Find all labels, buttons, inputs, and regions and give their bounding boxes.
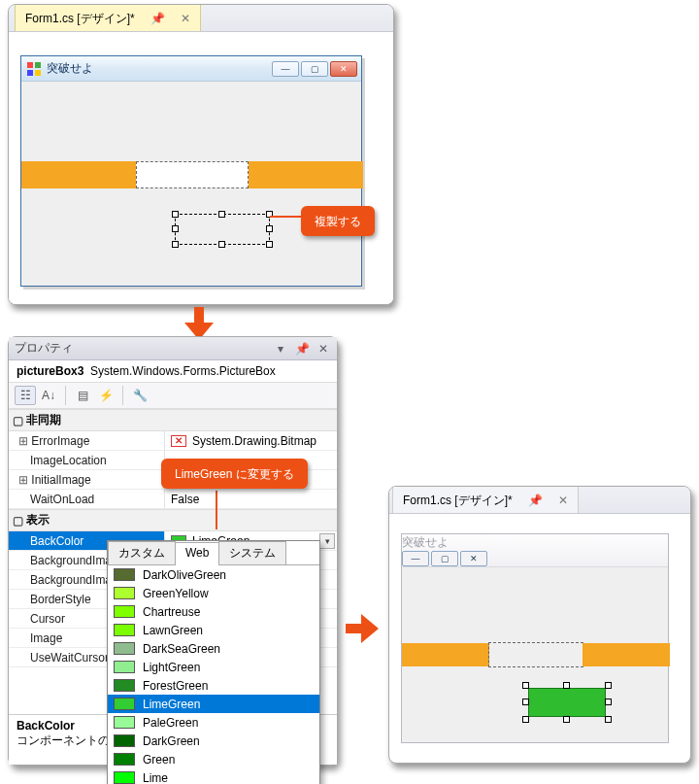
alphabetical-button[interactable]: A↓ [38,386,59,405]
minimize-button[interactable]: — [272,61,299,77]
pin-icon[interactable]: 📌 [522,491,549,510]
callout-leader [216,491,217,529]
color-swatch [114,734,135,747]
picturebox-orange-left[interactable] [402,643,489,666]
window-buttons: — ▢ ✕ [402,551,668,566]
resize-handle[interactable] [522,682,529,689]
flow-arrow-right-icon [346,614,379,643]
picturebox-copy-selected[interactable] [175,214,270,245]
close-button[interactable]: ✕ [330,61,357,77]
color-swatch [114,642,135,655]
color-swatch [114,753,135,766]
window-buttons: — ▢ ✕ [272,61,357,77]
categorized-button[interactable]: ☷ [15,386,36,405]
resize-handle[interactable] [605,682,612,689]
maximize-button[interactable]: ▢ [301,61,328,77]
resize-handle[interactable] [172,211,179,218]
document-tab-form1[interactable]: Form1.cs [デザイン]* 📌 ✕ [392,486,579,513]
dropdown-icon[interactable]: ▾ [273,342,288,356]
pin-icon[interactable]: 📌 [294,342,310,356]
color-swatch [114,661,135,673]
resize-handle[interactable] [563,682,570,689]
close-icon[interactable]: ✕ [558,494,568,507]
resize-handle[interactable] [605,716,612,723]
tab-web[interactable]: Web [175,542,219,565]
picturebox-gap[interactable] [136,161,249,188]
color-swatch [114,568,135,581]
pin-icon[interactable]: 📌 [145,9,171,28]
picturebox-orange-right[interactable] [582,643,670,666]
properties-button[interactable]: ▤ [72,386,93,405]
color-item-darkolivegreen[interactable]: DarkOliveGreen [108,565,319,584]
close-button[interactable]: ✕ [460,551,487,566]
tab-system[interactable]: システム [218,541,286,564]
resize-handle[interactable] [522,699,529,705]
close-icon[interactable]: ✕ [316,342,331,356]
tab-label: Form1.cs [デザイン]* [25,11,135,27]
color-item-green[interactable]: Green [108,750,319,768]
dropdown-button[interactable]: ▾ [319,533,335,549]
color-swatch [114,771,135,784]
color-label: LightGreen [143,661,200,674]
color-label: Chartreuse [143,605,200,619]
form-title: 突破せよ [47,60,266,77]
color-item-chartreuse[interactable]: Chartreuse [108,602,319,621]
object-selector[interactable]: pictureBox3 System.Windows.Forms.Picture… [9,360,337,383]
document-tab-form1[interactable]: Form1.cs [デザイン]* 📌 ✕ [15,4,201,31]
resize-handle[interactable] [172,241,179,248]
close-icon[interactable]: ✕ [181,12,190,25]
color-label: LawnGreen [143,624,203,637]
color-label: Lime [143,771,168,785]
resize-handle[interactable] [172,225,179,232]
color-item-palegreen[interactable]: PaleGreen [108,713,319,732]
color-label: DarkSeaGreen [143,642,220,656]
resize-handle[interactable] [218,211,225,218]
minimize-button[interactable]: — [402,551,429,566]
events-button[interactable]: ⚡ [95,386,116,405]
resize-handle[interactable] [266,241,273,248]
category-async[interactable]: ▢非同期 [9,409,337,431]
designer-surface[interactable]: 突破せよ — ▢ ✕ [9,32,393,305]
resize-handle[interactable] [605,699,612,705]
form-titlebar: 突破せよ — ▢ ✕ [402,534,668,567]
color-label: Green [143,753,175,767]
color-dropdown[interactable]: カスタム Web システム DarkOliveGreenGreenYellowC… [107,540,320,784]
picturebox-orange-right[interactable] [249,161,363,188]
resize-handle[interactable] [563,716,570,723]
color-tabs: カスタム Web システム [108,541,319,565]
form-preview[interactable]: 突破せよ — ▢ ✕ [20,55,362,287]
color-item-darkseagreen[interactable]: DarkSeaGreen [108,639,319,658]
designer-panel-after: Form1.cs [デザイン]* 📌 ✕ 突破せよ — ▢ ✕ [388,486,691,764]
color-item-lime[interactable]: Lime [108,768,319,784]
resize-handle[interactable] [218,241,225,248]
property-pages-button[interactable]: 🔧 [129,386,150,405]
properties-toolbar: ☷ A↓ ▤ ⚡ 🔧 [9,383,337,409]
color-label: DarkGreen [143,734,200,748]
picturebox-orange-left[interactable] [21,161,136,188]
color-item-limegreen[interactable]: LimeGreen [108,695,319,713]
error-icon: ✕ [171,435,186,447]
color-item-forestgreen[interactable]: ForestGreen [108,676,319,695]
color-item-darkgreen[interactable]: DarkGreen [108,732,319,750]
picturebox-gap[interactable] [489,643,582,666]
panel-titlebar: プロパティ ▾ 📌 ✕ [9,337,337,360]
color-swatch [114,624,135,636]
category-display[interactable]: ▢表示 [9,509,337,531]
color-label: ForestGreen [143,679,208,693]
color-item-lightgreen[interactable]: LightGreen [108,658,319,676]
callout-limegreen: LimeGreen に変更する [161,459,308,489]
color-item-greenyellow[interactable]: GreenYellow [108,584,319,602]
color-swatch [114,716,135,729]
prop-errorimage[interactable]: ⊞ ErrorImage ✕System.Drawing.Bitmap [9,431,337,451]
color-item-lawngreen[interactable]: LawnGreen [108,621,319,639]
resize-handle[interactable] [266,225,273,232]
resize-handle[interactable] [522,716,529,723]
maximize-button[interactable]: ▢ [431,551,458,566]
color-label: GreenYellow [143,587,209,600]
prop-waitonload[interactable]: WaitOnLoad False [9,490,337,509]
tab-custom[interactable]: カスタム [108,541,176,564]
form-titlebar: 突破せよ — ▢ ✕ [21,56,361,82]
color-list[interactable]: DarkOliveGreenGreenYellowChartreuseLawnG… [108,565,319,784]
form-preview[interactable]: 突破せよ — ▢ ✕ [401,533,669,743]
color-label: LimeGreen [143,698,200,711]
